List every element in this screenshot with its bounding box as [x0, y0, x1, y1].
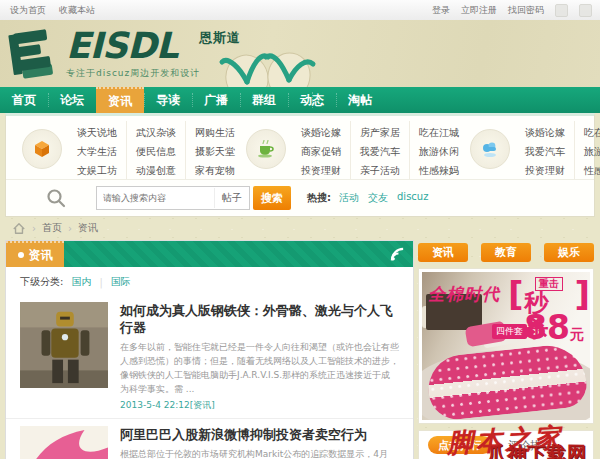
article-thumbnail-ironman[interactable]	[20, 302, 108, 388]
menu-link[interactable]: 家有宠物	[195, 161, 235, 180]
category-button-news[interactable]: 资讯	[418, 243, 468, 262]
menu-link[interactable]: 武汉杂谈	[136, 123, 176, 142]
article-title[interactable]: 如何成为真人版钢铁侠：外骨骼、激光与个人飞行器	[120, 302, 399, 336]
sidebar-category-buttons: 资讯 教育 娱乐	[418, 243, 594, 262]
article-date: 2013-5-4 22:12	[120, 400, 190, 410]
subcategory-row: 下级分类: 国内 | 国际	[6, 267, 413, 295]
home-icon[interactable]	[12, 222, 26, 235]
register-link[interactable]: 立即注册	[461, 4, 497, 17]
cube-icon	[22, 129, 62, 169]
menu-link[interactable]: 谈婚论嫁	[301, 123, 341, 142]
news-tab[interactable]: 资讯	[6, 241, 64, 267]
logo-text: EISDL	[66, 26, 200, 66]
menu-link[interactable]: 亲子活动	[360, 161, 400, 180]
nav-item-broadcast[interactable]: 广播	[192, 87, 240, 113]
menu-link[interactable]: 摄影天堂	[195, 142, 235, 161]
menu-column: 房产家居 我爱汽车 亲子活动	[350, 121, 409, 180]
search-bar: 帖子 搜索 热搜: 活动 交友 discuz	[6, 179, 594, 216]
site-header-banner: EISDL 恩斯道 专注于discuz周边开发和设计	[0, 20, 600, 87]
article-excerpt: 根据总部位于伦敦的市场研究机构Markit公布的追踪数据显示，4月29日，新浪的…	[120, 447, 399, 459]
menu-link[interactable]: 动漫创意	[136, 161, 176, 180]
menu-link[interactable]: 性感辣妈	[584, 161, 600, 180]
article-title[interactable]: 阿里巴巴入股新浪微博抑制投资者卖空行为	[120, 426, 399, 443]
menu-link[interactable]: 吃在江城	[419, 123, 459, 142]
menu-column: 网购生活 摄影天堂 家有宠物	[185, 121, 244, 180]
breadcrumb-current[interactable]: 资讯	[78, 221, 98, 235]
news-panel-header: 资讯	[6, 241, 413, 267]
recover-password-link[interactable]: 找回密码	[508, 4, 544, 17]
menu-link[interactable]: 文娱工坊	[77, 161, 117, 180]
menu-link[interactable]: 房产家居	[360, 123, 400, 142]
search-type-select[interactable]: 帖子	[214, 188, 249, 208]
news-article: 如何成为真人版钢铁侠：外骨骼、激光与个人飞行器 在多年以前，智能住宅就已经是一件…	[6, 295, 413, 418]
topbar-left-links: 设为首页 收藏本站	[10, 4, 95, 17]
menu-link[interactable]: 吃在江城	[584, 123, 600, 142]
menu-link[interactable]: 性感辣妈	[419, 161, 459, 180]
main-nav: 首页 论坛 资讯 导读 广播 群组 动态 淘帖	[0, 87, 600, 113]
breadcrumb-separator: ›	[32, 223, 36, 234]
menu-link[interactable]: 我爱汽车	[360, 142, 400, 161]
menu-link[interactable]: 便民信息	[136, 142, 176, 161]
breadcrumb-home-link[interactable]: 首页	[42, 221, 62, 235]
category-search-box: 谈天说地 大学生活 文娱工坊 武汉杂谈 便民信息 动漫创意 网购生活 摄影天堂 …	[5, 113, 595, 217]
nav-divider	[312, 92, 313, 108]
nav-item-group[interactable]: 群组	[240, 87, 288, 113]
menu-column: 谈婚论嫁 商家促销 投资理财	[292, 121, 350, 180]
teacup-icon	[246, 129, 286, 169]
nav-item-guide[interactable]: 导读	[144, 87, 192, 113]
ad-price-unit: 元	[570, 326, 584, 342]
menu-link[interactable]: 投资理财	[301, 161, 341, 180]
category-mega-menu: 谈天说地 大学生活 文娱工坊 武汉杂谈 便民信息 动漫创意 网购生活 摄影天堂 …	[6, 116, 594, 178]
logo-e-icon	[8, 26, 60, 80]
bookmark-link[interactable]: 收藏本站	[59, 4, 95, 17]
system-tray-icon	[555, 4, 568, 17]
login-link[interactable]: 登录	[432, 4, 450, 17]
article-meta: 2013-5-4 22:12[资讯]	[120, 399, 399, 412]
hot-link[interactable]: discuz	[397, 191, 428, 205]
nav-item-collection[interactable]: 淘帖	[336, 87, 384, 113]
rank-tab-clicks[interactable]: 点击排行	[428, 436, 492, 454]
search-input[interactable]	[97, 193, 214, 203]
subcategory-international[interactable]: 国际	[111, 275, 131, 289]
site-logo[interactable]: EISDL 恩斯道 专注于discuz周边开发和设计	[8, 26, 200, 80]
set-home-link[interactable]: 设为首页	[10, 4, 46, 17]
rank-tab-comments[interactable]: 评论排行	[508, 438, 552, 453]
category-button-entertainment[interactable]: 娱乐	[544, 243, 594, 262]
menu-link[interactable]: 网购生活	[195, 123, 235, 142]
ad-bracket: [	[508, 274, 524, 314]
menu-column: 武汉杂谈 便民信息 动漫创意	[126, 121, 185, 180]
menu-column: 谈天说地 大学生活 文娱工坊	[68, 121, 126, 180]
menu-link[interactable]: 谈婚论嫁	[525, 123, 565, 142]
menu-link[interactable]: 谈天说地	[77, 123, 117, 142]
ad-banner[interactable]: 全棉时代 [ 重击 秒杀 ] 四件套 88元	[418, 268, 594, 424]
menu-link[interactable]: 投资理财	[525, 161, 565, 180]
nav-item-news[interactable]: 资讯	[96, 87, 144, 113]
search-button[interactable]: 搜索	[253, 186, 291, 210]
rss-icon[interactable]	[390, 247, 405, 262]
ad-bedding-image: 全棉时代 [ 重击 秒杀 ] 四件套 88元	[422, 272, 590, 420]
menu-link[interactable]: 旅游休闲	[419, 142, 459, 161]
category-button-education[interactable]: 教育	[481, 243, 531, 262]
ad-brand-text: 全棉时代	[428, 283, 500, 306]
breadcrumb: › 首页 › 资讯	[12, 221, 98, 235]
menu-link[interactable]: 大学生活	[77, 142, 117, 161]
menu-link[interactable]: 我爱汽车	[525, 142, 565, 161]
logo-tagline: 专注于discuz周边开发和设计	[66, 67, 200, 80]
article-category-tag[interactable]: [资讯]	[190, 400, 215, 410]
bullet-dot-icon	[18, 252, 24, 258]
article-thumbnail-weibo[interactable]	[20, 426, 108, 459]
system-tray-icon	[579, 4, 592, 17]
menu-column: 谈婚论嫁 我爱汽车 投资理财	[516, 121, 574, 180]
subcategory-domestic[interactable]: 国内	[71, 275, 91, 289]
nav-item-home[interactable]: 首页	[0, 87, 48, 113]
topbar-right-links: 登录 立即注册 找回密码	[432, 4, 592, 17]
hot-link[interactable]: 交友	[368, 191, 388, 205]
hot-link[interactable]: 活动	[339, 191, 359, 205]
cloud-icon	[470, 129, 510, 169]
subcategory-separator: |	[99, 277, 102, 288]
menu-link[interactable]: 旅游休闲	[584, 142, 600, 161]
breadcrumb-separator: ›	[68, 223, 72, 234]
news-panel: 资讯 下级分类: 国内 | 国际	[5, 240, 414, 459]
nav-item-forum[interactable]: 论坛	[48, 87, 96, 113]
menu-link[interactable]: 商家促销	[301, 142, 341, 161]
